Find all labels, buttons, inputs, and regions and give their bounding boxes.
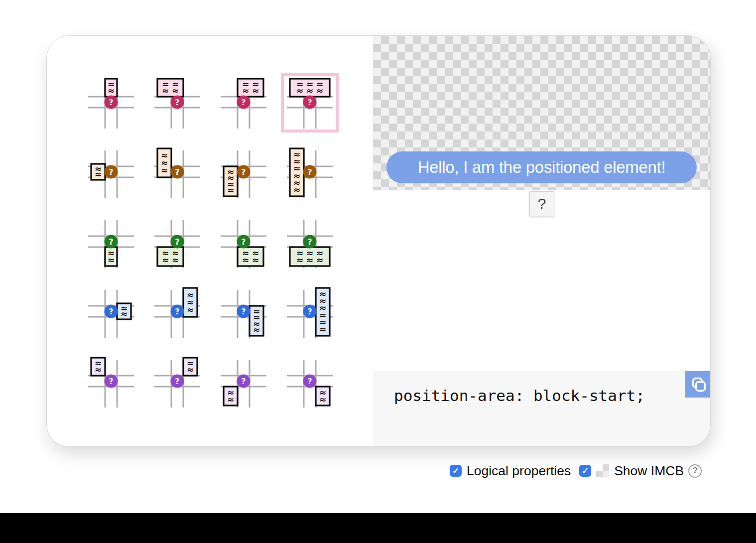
letterbox-bar [0,513,756,543]
position-area-diagram-icon: ≈≈≈≈≈≈? [285,285,335,339]
option-inline-start-span-block-end[interactable]: ≈≈≈≈? [215,142,272,202]
svg-text:?: ? [241,237,246,247]
svg-text:≈: ≈ [227,395,234,405]
position-area-diagram-icon: ≈≈? [285,355,335,408]
option-center-block-end[interactable]: ≈≈? [82,212,140,272]
option-inline-end-span-block-start[interactable]: ≈≈≈? [148,282,206,342]
positioned-element-label: Hello, I am the positioned element! [418,158,666,177]
option-inline-start-span-block-start[interactable]: ≈≈≈? [148,142,206,202]
option-span-inline-start-block-start[interactable]: ≈≈≈≈? [148,73,206,133]
transparency-checker-icon [596,464,609,477]
svg-text:≈: ≈ [316,255,323,265]
option-block-start[interactable]: ≈≈≈≈≈≈? [281,73,339,133]
svg-text:?: ? [109,307,113,316]
position-area-diagram-icon: ≈≈≈≈? [219,215,268,269]
svg-text:?: ? [109,377,113,386]
svg-text:≈: ≈ [227,185,234,195]
position-area-diagram-icon: ≈≈? [86,145,136,199]
option-inline-end[interactable]: ≈≈≈≈≈≈? [281,282,339,342]
svg-text:?: ? [175,377,179,386]
option-span-inline-end-block-end[interactable]: ≈≈≈≈? [215,212,272,272]
option-inline-start[interactable]: ≈≈≈≈≈≈? [281,142,339,202]
anchor-element: ? [529,191,554,216]
position-area-diagram-icon: ≈≈≈≈? [219,285,268,339]
svg-text:≈: ≈ [242,86,249,96]
position-area-diagram-icon: ≈≈? [86,76,136,130]
svg-text:≈: ≈ [316,86,323,96]
position-area-diagram-icon: ≈≈≈? [152,145,202,199]
svg-text:≈: ≈ [187,305,194,315]
svg-text:≈: ≈ [253,325,260,335]
svg-text:?: ? [175,307,179,316]
svg-text:?: ? [109,167,113,177]
position-area-diagram-icon: ≈≈? [152,355,202,408]
option-inline-start-center[interactable]: ≈≈? [82,142,140,202]
positioned-element: Hello, I am the positioned element! [386,151,697,183]
position-area-diagram-icon: ≈≈≈≈≈≈? [285,145,335,199]
svg-text:?: ? [109,98,113,107]
option-center-block-start[interactable]: ≈≈? [82,73,140,133]
svg-text:≈: ≈ [252,86,259,96]
position-area-diagram-icon: ≈≈? [86,355,136,408]
svg-text:?: ? [241,377,246,386]
svg-text:?: ? [175,98,179,107]
position-area-diagram-icon: ≈≈≈≈? [219,76,268,130]
css-code: position-area: block-start; [394,387,645,405]
svg-text:≈: ≈ [306,255,313,265]
svg-text:?: ? [307,307,312,316]
controls-bar: ✓ Logical properties ✓ Show IMCB ? [450,463,702,479]
svg-text:?: ? [175,167,179,177]
option-block-end[interactable]: ≈≈≈≈≈≈? [281,212,339,272]
option-inline-end-center[interactable]: ≈≈? [82,282,140,342]
show-imcb-label: Show IMCB [614,463,684,479]
logical-properties-checkbox[interactable]: ✓ [450,465,462,477]
svg-text:≈: ≈ [162,255,169,265]
svg-text:≈: ≈ [293,185,300,195]
options-grid: ≈≈?≈≈≈≈?≈≈≈≈?≈≈≈≈≈≈?≈≈?≈≈≈?≈≈≈≈?≈≈≈≈≈≈?≈… [82,73,339,411]
option-block-start-inline-start[interactable]: ≈≈? [82,352,140,411]
svg-text:≈: ≈ [108,255,115,265]
svg-text:≈: ≈ [242,255,249,265]
svg-text:?: ? [109,237,113,247]
code-panel: position-area: block-start; [373,371,711,447]
svg-text:≈: ≈ [319,395,326,405]
copy-button[interactable] [685,371,711,398]
option-block-end-inline-end[interactable]: ≈≈? [281,352,339,411]
svg-text:≈: ≈ [95,169,102,179]
option-block-end-inline-start[interactable]: ≈≈? [215,352,272,411]
svg-text:?: ? [241,98,246,107]
position-area-diagram-icon: ≈≈≈≈? [152,76,202,130]
svg-text:≈: ≈ [161,165,168,175]
help-glyph: ? [692,466,697,476]
svg-text:≈: ≈ [162,86,169,96]
option-span-inline-end-block-start[interactable]: ≈≈≈≈? [215,73,272,133]
svg-text:≈: ≈ [108,86,115,96]
position-area-diagram-icon: ≈≈? [219,355,268,408]
svg-text:?: ? [241,167,246,177]
svg-text:≈: ≈ [121,309,127,319]
option-block-start-inline-end[interactable]: ≈≈? [148,352,206,411]
position-area-diagram-icon: ≈≈? [86,215,136,269]
svg-text:≈: ≈ [95,365,102,375]
show-imcb-checkbox[interactable]: ✓ [579,465,591,477]
svg-text:≈: ≈ [172,86,179,96]
svg-text:?: ? [307,167,312,177]
svg-text:?: ? [307,377,312,386]
anchor-label: ? [538,195,546,212]
logical-properties-label: Logical properties [467,463,571,479]
svg-text:?: ? [307,98,312,107]
position-area-diagram-icon: ≈≈≈≈? [152,215,202,269]
option-span-inline-start-block-end[interactable]: ≈≈≈≈? [148,212,206,272]
svg-text:≈: ≈ [252,255,259,265]
preview-panel: Hello, I am the positioned element! ? po… [373,36,711,447]
position-area-diagram-icon: ≈≈≈? [152,285,202,339]
svg-text:≈: ≈ [187,365,194,375]
option-inline-end-span-block-end[interactable]: ≈≈≈≈? [215,282,272,342]
svg-text:?: ? [307,237,312,247]
svg-text:≈: ≈ [306,86,313,96]
position-area-diagram-icon: ≈≈≈≈≈≈? [285,215,335,269]
svg-text:≈: ≈ [172,255,179,265]
position-area-diagram-icon: ≈≈≈≈? [219,145,268,199]
svg-text:≈: ≈ [319,324,326,334]
help-icon[interactable]: ? [688,464,702,478]
